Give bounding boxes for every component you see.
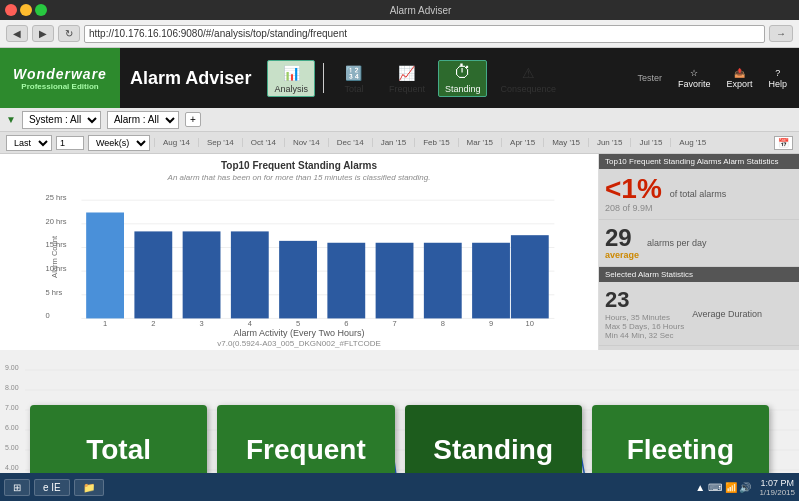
alarm-filter[interactable]: Alarm : All — [107, 111, 179, 129]
taskbar-time: 1:07 PM — [759, 478, 795, 488]
window-controls[interactable] — [5, 4, 47, 16]
forward-button[interactable]: ▶ — [32, 25, 54, 42]
month-may15: May '15 — [543, 138, 588, 147]
avg-value: 29 — [605, 226, 639, 250]
back-button[interactable]: ◀ — [6, 25, 28, 42]
chart-title: Top10 Frequent Standing Alarms — [6, 160, 592, 171]
browser-nav: ◀ ▶ ↻ → — [0, 20, 799, 48]
export-icon: 📤 — [734, 68, 745, 78]
duration-sub: Max 5 Days, 16 Hours Min 44 Min, 32 Sec — [605, 322, 684, 340]
svg-text:20 hrs: 20 hrs — [45, 217, 66, 226]
svg-text:5: 5 — [296, 319, 300, 326]
app-title: Alarm Adviser — [130, 68, 251, 89]
go-button[interactable]: → — [769, 25, 793, 42]
duration-stat: 23 Hours, 35 Minutes Max 5 Days, 16 Hour… — [599, 282, 799, 346]
svg-text:6: 6 — [344, 319, 348, 326]
address-bar[interactable] — [84, 25, 765, 43]
system-tray: ▲ ⌨ 📶 🔊 1:07 PM 1/19/2015 — [695, 478, 795, 497]
tester-label: Tester — [631, 71, 668, 85]
bar-4[interactable] — [231, 231, 269, 318]
svg-text:2: 2 — [151, 319, 155, 326]
toolbar-separator — [323, 63, 324, 93]
taskbar-clock: 1:07 PM 1/19/2015 — [759, 478, 795, 497]
chart-container: 0 5 hrs 10 hrs 15 hrs 20 hrs 25 hrs Alar… — [6, 186, 592, 326]
avg-alarms-stat: 29 average alarms per day — [599, 220, 799, 267]
svg-text:Alarm Count: Alarm Count — [50, 235, 59, 278]
svg-text:7: 7 — [392, 319, 396, 326]
time-months: Aug '14 Sep '14 Oct '14 Nov '14 Dec '14 … — [154, 138, 770, 147]
time-nav-select[interactable]: Last — [6, 135, 52, 151]
svg-text:8: 8 — [441, 319, 445, 326]
total-alarms-stat: <1% 208 of 9.9M of total alarms — [599, 169, 799, 220]
bar-6[interactable] — [327, 243, 365, 319]
month-dec14: Dec '14 — [328, 138, 372, 147]
bar-8[interactable] — [424, 243, 462, 319]
start-button[interactable]: ⊞ — [4, 479, 30, 496]
month-jan15: Jan '15 — [372, 138, 415, 147]
bar-2[interactable] — [134, 231, 172, 318]
frequent-button[interactable]: 📈 Frequent — [382, 60, 432, 97]
logo-edition: Professional Edition — [21, 82, 98, 91]
maximize-button[interactable] — [35, 4, 47, 16]
close-button[interactable] — [5, 4, 17, 16]
time-period-select[interactable]: Week(s) — [88, 135, 150, 151]
month-oct14: Oct '14 — [242, 138, 284, 147]
consequence-icon: ⚠ — [518, 63, 538, 83]
frequent-icon: 📈 — [397, 63, 417, 83]
explorer-button[interactable]: 📁 — [74, 479, 104, 496]
month-mar15: Mar '15 — [458, 138, 501, 147]
add-filter-button[interactable]: + — [185, 112, 201, 127]
svg-text:7.00: 7.00 — [5, 404, 19, 411]
month-feb15: Feb '15 — [414, 138, 457, 147]
browser-title: Alarm Adviser — [47, 5, 794, 16]
svg-text:5.00: 5.00 — [5, 444, 19, 451]
chart-footer: v7.0(0.5924-A03_005_DKGN002_#FLTCODE — [6, 339, 592, 348]
consequence-button[interactable]: ⚠ Consequence — [493, 60, 563, 97]
minimize-button[interactable] — [20, 4, 32, 16]
month-aug15: Aug '15 — [670, 138, 714, 147]
month-jul15: Jul '15 — [630, 138, 670, 147]
time-value-input[interactable] — [56, 136, 84, 150]
bar-9[interactable] — [472, 243, 510, 319]
bar-5[interactable] — [279, 241, 317, 319]
main-content: Top10 Frequent Standing Alarms An alarm … — [0, 154, 799, 350]
analysis-button[interactable]: 📊 Analysis — [267, 60, 315, 97]
bar-7[interactable] — [376, 243, 414, 319]
taskbar: ⊞ e IE 📁 ▲ ⌨ 📶 🔊 1:07 PM 1/19/2015 — [0, 473, 799, 501]
svg-text:10: 10 — [526, 319, 534, 326]
help-icon: ? — [775, 68, 780, 78]
pct-label: of total alarms — [670, 189, 727, 199]
analysis-icon: 📊 — [281, 63, 301, 83]
help-button[interactable]: ? Help — [762, 66, 793, 91]
main-toolbar: 📊 Analysis 🔢 Total 📈 Frequent ⏱ Standing… — [261, 59, 799, 97]
stats-panel: Top10 Frequent Standing Alarms Alarm Sta… — [599, 154, 799, 350]
avg-label: average — [605, 250, 639, 260]
avg-desc: alarms per day — [647, 238, 707, 248]
standing-button[interactable]: ⏱ Standing — [438, 60, 488, 97]
bar-3[interactable] — [183, 231, 221, 318]
total-button[interactable]: 🔢 Total — [332, 60, 376, 97]
calendar-button[interactable]: 📅 — [774, 136, 793, 150]
svg-text:4: 4 — [248, 319, 252, 326]
ie-button[interactable]: e IE — [34, 479, 70, 496]
month-jun15: Jun '15 — [588, 138, 631, 147]
refresh-button[interactable]: ↻ — [58, 25, 80, 42]
export-button[interactable]: 📤 Export — [720, 66, 758, 91]
svg-text:3: 3 — [199, 319, 203, 326]
svg-text:6.00: 6.00 — [5, 424, 19, 431]
favorite-button[interactable]: ☆ Favorite — [672, 66, 717, 91]
chart-subtitle: An alarm that has been on for more than … — [6, 173, 592, 182]
filter-icon: ▼ — [6, 114, 16, 125]
bar-10[interactable] — [511, 235, 549, 318]
app-header: Wonderware Professional Edition Alarm Ad… — [0, 48, 799, 108]
standing-icon: ⏱ — [453, 63, 473, 83]
svg-text:9: 9 — [489, 319, 493, 326]
pct-value: <1% — [605, 175, 662, 203]
system-filter[interactable]: System : All — [22, 111, 101, 129]
duration-value: 23 — [605, 287, 684, 313]
month-nov14: Nov '14 — [284, 138, 328, 147]
bar-1[interactable] — [86, 212, 124, 318]
app-title-area: Alarm Adviser — [120, 68, 261, 89]
duration-label: Hours, 35 Minutes — [605, 313, 684, 322]
svg-text:1: 1 — [103, 319, 107, 326]
